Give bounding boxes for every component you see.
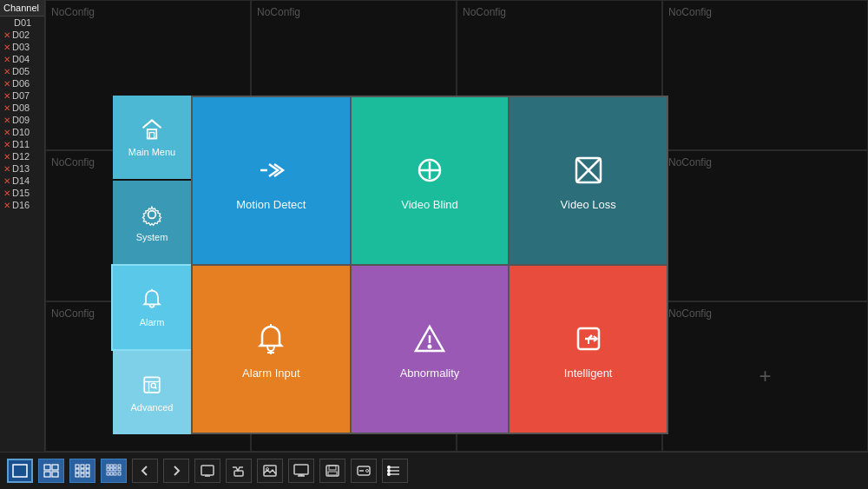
svg-rect-47 <box>114 472 116 475</box>
bell-icon <box>140 287 164 312</box>
camera-cell-4: NoConfig <box>662 0 868 150</box>
next-icon <box>169 464 183 478</box>
svg-rect-34 <box>76 473 79 477</box>
channel-x-mark: ✕ <box>3 188 10 198</box>
nine-grid-icon <box>75 464 90 478</box>
video-blind-button[interactable]: Video Blind <box>352 97 509 264</box>
svg-rect-0 <box>148 129 157 139</box>
svg-rect-44 <box>118 468 121 471</box>
advanced-icon <box>140 373 164 397</box>
channel-x-mark: ✕ <box>3 55 10 64</box>
svg-rect-26 <box>44 472 50 477</box>
channel-item-d15[interactable]: ✕D15 <box>0 187 44 199</box>
image-icon <box>262 464 278 478</box>
alarm-submenu-grid: Motion Detect Video Blind Video Loss <box>191 96 668 434</box>
svg-rect-61 <box>328 472 337 475</box>
intelligent-button[interactable]: Intelligent <box>510 266 667 433</box>
alarm-input-button[interactable]: Alarm Input <box>193 266 350 433</box>
channel-item-d08[interactable]: ✕D08 <box>0 102 44 114</box>
abnormality-button[interactable]: Abnormality <box>352 266 509 433</box>
svg-point-63 <box>366 470 369 472</box>
no-config-label: NoConfig <box>257 6 300 18</box>
motion-detect-label: Motion Detect <box>236 198 306 211</box>
prev-button[interactable] <box>132 459 158 483</box>
alarm-button[interactable]: Alarm <box>113 266 191 349</box>
svg-rect-35 <box>81 473 84 477</box>
hdd-icon <box>356 464 372 478</box>
main-menu-button[interactable]: Main Menu <box>113 96 191 179</box>
channel-item-d05[interactable]: ✕D05 <box>0 65 44 77</box>
channel-item-d09[interactable]: ✕D09 <box>0 114 44 126</box>
single-view-button[interactable] <box>7 459 33 483</box>
sixteen-grid-icon <box>106 464 122 478</box>
svg-rect-48 <box>118 472 121 475</box>
svg-point-2 <box>148 211 156 219</box>
channel-x-mark: ✕ <box>3 128 10 137</box>
channel-x-mark: ✕ <box>3 103 10 113</box>
svg-rect-55 <box>294 465 308 474</box>
main-menu-label: Main Menu <box>128 147 175 157</box>
svg-rect-1 <box>149 133 154 139</box>
system-button[interactable]: System <box>113 181 191 264</box>
channel-item-d02[interactable]: ✕D02 <box>0 29 44 41</box>
hdd-button[interactable] <box>351 459 377 483</box>
video-blind-icon <box>411 151 449 189</box>
sidebar: Channel D01✕D02✕D03✕D04✕D05✕D06✕D07✕D08✕… <box>0 0 45 452</box>
camera-cell-8: NoConfig <box>662 150 868 301</box>
channel-x-mark: ✕ <box>3 201 10 210</box>
channel-item-d14[interactable]: ✕D14 <box>0 175 44 187</box>
video-loss-label: Video Loss <box>561 198 616 211</box>
motion-detect-icon <box>252 151 290 189</box>
channel-item-d11[interactable]: ✕D11 <box>0 138 44 150</box>
video-loss-button[interactable]: Video Loss <box>510 97 667 264</box>
motion-detect-button[interactable]: Motion Detect <box>193 97 350 264</box>
advanced-button[interactable]: Advanced <box>113 351 191 434</box>
alarm-input-label: Alarm Input <box>242 367 299 380</box>
svg-rect-49 <box>201 466 214 475</box>
svg-rect-23 <box>13 465 27 477</box>
alarm-label: Alarm <box>140 317 165 327</box>
quad-grid-icon <box>43 464 59 478</box>
channel-x-mark: ✕ <box>3 30 10 40</box>
live-icon <box>200 464 215 478</box>
video-blind-label: Video Blind <box>401 198 458 211</box>
left-menu: Main Menu System Alarm <box>113 96 191 434</box>
channel-item-d03[interactable]: ✕D03 <box>0 41 44 53</box>
intelligent-label: Intelligent <box>564 367 613 380</box>
svg-rect-29 <box>81 465 84 468</box>
channel-item-d07[interactable]: ✕D07 <box>0 89 44 102</box>
no-config-label: NoConfig <box>668 307 712 320</box>
no-config-label: NoConfig <box>51 307 95 320</box>
nine-view-button[interactable] <box>69 459 95 483</box>
svg-rect-28 <box>76 465 79 468</box>
settings-button[interactable] <box>226 459 252 483</box>
settings-icon <box>231 464 247 478</box>
channel-x-mark: ✕ <box>3 43 10 52</box>
next-button[interactable] <box>163 459 189 483</box>
channel-x-mark: ✕ <box>3 140 10 149</box>
channel-x-mark: ✕ <box>3 176 10 186</box>
channel-item-d06[interactable]: ✕D06 <box>0 77 44 89</box>
channel-x-mark: ✕ <box>3 152 10 162</box>
list-icon <box>387 464 403 478</box>
channel-item-d13[interactable]: ✕D13 <box>0 162 44 175</box>
svg-rect-43 <box>114 468 116 471</box>
channel-item-d10[interactable]: ✕D10 <box>0 126 44 138</box>
channel-item-d04[interactable]: ✕D04 <box>0 53 44 65</box>
no-config-label: NoConfig <box>463 6 506 18</box>
channel-item-d16[interactable]: ✕D16 <box>0 199 44 211</box>
sixteen-view-button[interactable] <box>101 459 127 483</box>
svg-point-20 <box>428 345 431 347</box>
monitor-button[interactable] <box>288 459 314 483</box>
channel-item-d12[interactable]: ✕D12 <box>0 150 44 162</box>
quad-view-button[interactable] <box>38 459 64 483</box>
channel-item-d01[interactable]: D01 <box>0 17 44 29</box>
svg-rect-39 <box>114 465 116 467</box>
add-camera-icon[interactable]: + <box>759 364 771 388</box>
image-button[interactable] <box>257 459 283 483</box>
svg-rect-46 <box>110 472 113 475</box>
live-view-button[interactable] <box>194 459 220 483</box>
save-button[interactable] <box>319 459 345 483</box>
list-button[interactable] <box>382 459 408 483</box>
advanced-label: Advanced <box>131 402 174 413</box>
